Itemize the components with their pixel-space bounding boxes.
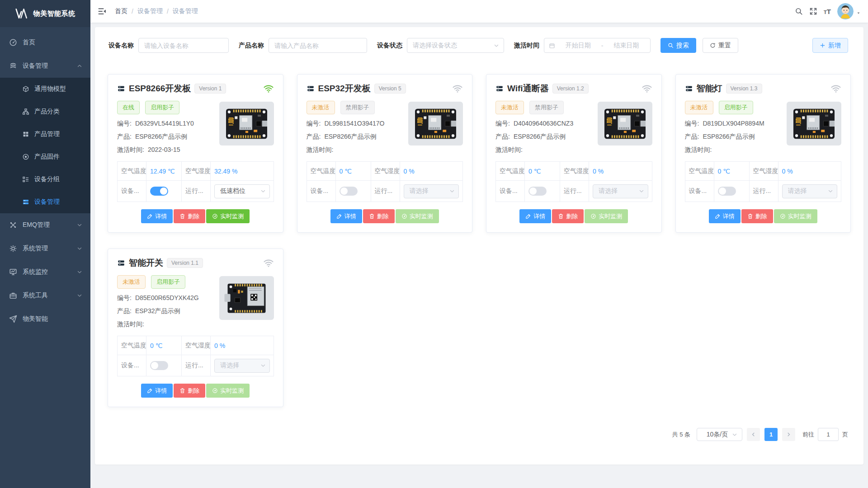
device-switch[interactable] bbox=[150, 187, 168, 196]
status-tag: 未激活 bbox=[307, 101, 335, 114]
status-tag: 在线 bbox=[117, 101, 140, 114]
serial-label: 编号: bbox=[117, 120, 132, 127]
detail-button[interactable]: 详情 bbox=[330, 209, 362, 223]
refresh-icon bbox=[710, 42, 716, 48]
server-icon bbox=[495, 84, 504, 93]
detail-button[interactable]: 详情 bbox=[141, 209, 173, 223]
temp-label: 空气温度 bbox=[496, 162, 525, 181]
activated-label: 激活时间: bbox=[685, 146, 712, 153]
delete-button[interactable]: 删除 bbox=[174, 384, 205, 398]
device-switch[interactable] bbox=[528, 187, 547, 196]
monitor-button[interactable]: 实时监测 bbox=[396, 209, 439, 223]
sidebar-item-thing-model[interactable]: 通用物模型 bbox=[0, 78, 90, 100]
delete-button[interactable]: 删除 bbox=[174, 209, 205, 223]
run-mode-select[interactable]: 请选择 bbox=[404, 184, 459, 198]
arrow-left-icon bbox=[750, 432, 756, 437]
run-mode-select[interactable]: 请选择 bbox=[782, 184, 838, 198]
font-size-icon[interactable]: TT bbox=[824, 8, 831, 15]
chevron-down-icon bbox=[77, 246, 82, 251]
sidebar-item-device-list-active[interactable]: 设备管理 bbox=[0, 191, 90, 213]
active-time-range-picker[interactable]: 开始日期 - 结束日期 bbox=[544, 38, 651, 53]
device-name: 智能开关 bbox=[129, 257, 163, 269]
sidebar-item-product-firmware[interactable]: 产品固件 bbox=[0, 145, 90, 168]
detail-button-label: 详情 bbox=[533, 212, 545, 221]
humidity-label: 空气湿度 bbox=[182, 336, 211, 355]
activated-label: 激活时间: bbox=[117, 146, 144, 153]
firmware-version-badge: Version 1.2 bbox=[552, 84, 589, 94]
firmware-version-badge: Version 1.3 bbox=[726, 84, 762, 94]
monitor-button[interactable]: 实时监测 bbox=[774, 209, 817, 223]
sidebar-item-emq[interactable]: EMQ管理 bbox=[0, 213, 90, 237]
delete-button[interactable]: 删除 bbox=[363, 209, 395, 223]
run-mode-select[interactable]: 请选择 bbox=[593, 184, 648, 198]
sidebar-item-device-management[interactable]: 设备管理 bbox=[0, 54, 90, 78]
device-photo bbox=[787, 102, 841, 145]
search-icon[interactable] bbox=[795, 7, 803, 15]
reset-button[interactable]: 重置 bbox=[703, 38, 738, 53]
sidebar-item-system-monitor[interactable]: 系统监控 bbox=[0, 260, 90, 284]
delete-button[interactable]: 删除 bbox=[552, 209, 584, 223]
serial-number: D85E00R65DYXK42G bbox=[135, 294, 199, 301]
next-page-button[interactable] bbox=[782, 428, 795, 441]
sidebar-item-product-management[interactable]: 产品管理 bbox=[0, 123, 90, 145]
breadcrumb: 首页 / 设备管理 / 设备管理 bbox=[115, 7, 198, 15]
sidebar-item-home[interactable]: 首页 bbox=[0, 31, 90, 54]
goto-page-input[interactable] bbox=[818, 428, 839, 441]
sidebar-item-system-management[interactable]: 系统管理 bbox=[0, 237, 90, 260]
chevron-down-icon bbox=[732, 432, 737, 437]
run-mode-select[interactable]: 低速档位 bbox=[214, 184, 270, 198]
device-photo bbox=[598, 102, 652, 145]
detail-button-label: 详情 bbox=[155, 212, 167, 221]
device-switch-label: 设备... bbox=[118, 181, 146, 202]
user-menu[interactable] bbox=[837, 3, 861, 19]
status-tag: 未激活 bbox=[495, 101, 524, 114]
monitor-button[interactable]: 实时监测 bbox=[206, 384, 250, 398]
prev-page-button[interactable] bbox=[747, 428, 760, 441]
add-device-button[interactable]: 新增 bbox=[812, 38, 848, 53]
page-unit-label: 页 bbox=[842, 431, 848, 439]
sidebar-item-wumei[interactable]: 物美智能 bbox=[0, 307, 90, 331]
device-card: 智能开关 Version 1.1 未激活 启用影子 编号:D85E00R65DY… bbox=[108, 249, 283, 407]
run-mode-label: 运行... bbox=[182, 181, 211, 202]
sidebar-item-product-category[interactable]: 产品分类 bbox=[0, 100, 90, 123]
device-switch[interactable] bbox=[340, 187, 358, 196]
sidebar-item-label: 产品分类 bbox=[34, 108, 82, 116]
device-state-select[interactable]: 请选择设备状态 bbox=[407, 38, 504, 53]
device-switch[interactable] bbox=[150, 361, 168, 370]
chevron-down-icon bbox=[77, 293, 82, 298]
monitor-button[interactable]: 实时监测 bbox=[585, 209, 628, 223]
detail-button[interactable]: 详情 bbox=[141, 384, 173, 398]
device-switch[interactable] bbox=[718, 187, 736, 196]
sidebar-item-device-group[interactable]: 设备分组 bbox=[0, 168, 90, 191]
sidebar-item-label: 系统管理 bbox=[23, 244, 77, 253]
chevron-down-icon bbox=[639, 188, 644, 194]
avatar[interactable] bbox=[837, 3, 854, 19]
search-button[interactable]: 搜索 bbox=[660, 38, 696, 53]
device-cards-grid: ESP8266开发板 Version 1 在线 启用影子 编号:D6329VL5… bbox=[108, 74, 851, 407]
delete-button[interactable]: 删除 bbox=[741, 209, 773, 223]
run-mode-select[interactable]: 请选择 bbox=[214, 359, 270, 373]
page-size-select[interactable]: 10条/页 bbox=[697, 428, 742, 441]
run-mode-value: 低速档位 bbox=[220, 187, 260, 195]
sidebar-collapse-icon[interactable] bbox=[98, 7, 107, 16]
app-logo[interactable]: 物美智能系统 bbox=[0, 0, 90, 27]
monitor-button[interactable]: 实时监测 bbox=[206, 209, 250, 223]
fullscreen-icon[interactable] bbox=[809, 7, 817, 15]
reset-button-label: 重置 bbox=[718, 42, 731, 50]
sidebar-item-system-tools[interactable]: 系统工具 bbox=[0, 284, 90, 307]
server-icon bbox=[117, 84, 125, 93]
breadcrumb-home[interactable]: 首页 bbox=[115, 7, 127, 15]
temp-label: 空气温度 bbox=[118, 336, 146, 355]
detail-button[interactable]: 详情 bbox=[519, 209, 551, 223]
page-number-1[interactable]: 1 bbox=[764, 428, 778, 441]
detail-button[interactable]: 详情 bbox=[709, 209, 741, 223]
gauge-icon bbox=[401, 213, 407, 219]
delete-button-label: 删除 bbox=[188, 387, 199, 395]
device-switch-label: 设备... bbox=[118, 355, 146, 376]
gauge-icon bbox=[212, 388, 218, 394]
device-name-input[interactable] bbox=[138, 38, 229, 53]
gauge-icon bbox=[780, 213, 786, 219]
product-name-input[interactable] bbox=[269, 38, 367, 53]
gauge-icon bbox=[212, 213, 218, 219]
humidity-value: 0 % bbox=[211, 336, 274, 355]
